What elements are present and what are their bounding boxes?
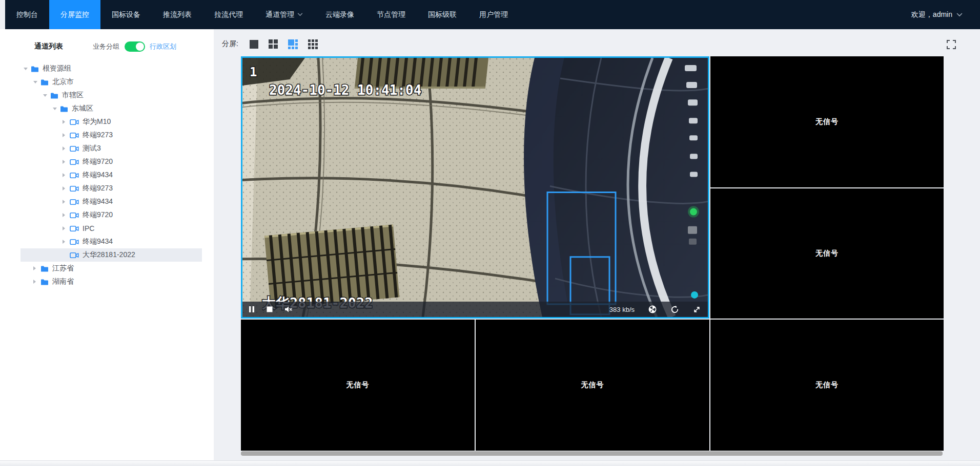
- split-icon-cell: [250, 40, 258, 49]
- fullscreen-button[interactable]: [946, 39, 957, 50]
- caret-right-icon[interactable]: [63, 160, 69, 164]
- mute-button[interactable]: [284, 306, 293, 313]
- nav-item-cloud-record[interactable]: 云端录像: [314, 0, 365, 29]
- no-signal-label: 无信号: [815, 249, 839, 258]
- expand-button[interactable]: [693, 306, 701, 313]
- tree-item[interactable]: 大华28181-2022: [21, 248, 202, 262]
- tree-item[interactable]: 测试3: [21, 142, 202, 155]
- nav-item-pull-proxy[interactable]: 拉流代理: [203, 0, 254, 29]
- tree-item[interactable]: 北京市: [21, 75, 202, 89]
- nav-item-label: 国标级联: [428, 10, 457, 19]
- no-signal-label: 无信号: [815, 380, 839, 390]
- split-label: 分屏:: [222, 39, 238, 49]
- caret-right-icon[interactable]: [63, 200, 69, 204]
- split-6-button[interactable]: [288, 39, 298, 49]
- nav-item-push-list[interactable]: 推流列表: [152, 0, 203, 29]
- caret-down-icon[interactable]: [33, 81, 39, 83]
- tree-item[interactable]: 终端9720: [21, 155, 202, 168]
- folder-icon: [60, 105, 68, 112]
- user-menu[interactable]: 欢迎，admin: [911, 0, 980, 29]
- tree-item[interactable]: 华为M10: [21, 115, 202, 129]
- region-label: 行政区划: [150, 42, 176, 51]
- caret-right-icon[interactable]: [63, 213, 69, 217]
- nav-item-gb-device[interactable]: 国标设备: [100, 0, 152, 29]
- nav-item-label: 控制台: [16, 10, 38, 19]
- video-tile-5[interactable]: 无信号: [476, 320, 709, 451]
- tree-item[interactable]: IPC: [21, 222, 202, 235]
- caret-right-icon[interactable]: [63, 120, 69, 124]
- split-4-button[interactable]: [269, 39, 278, 49]
- split-icon-cell: [315, 39, 318, 42]
- split-icon-cell: [308, 39, 311, 42]
- split-icon-cell: [274, 45, 278, 49]
- tree-item-label: 终端9273: [83, 131, 113, 140]
- nav-item-node-manage[interactable]: 节点管理: [365, 0, 417, 29]
- tree-item[interactable]: 东城区: [21, 102, 202, 115]
- camera-icon: [70, 172, 79, 179]
- caret-right-icon[interactable]: [63, 146, 69, 151]
- nav-items: 控制台分屏监控国标设备推流列表拉流代理通道管理云端录像节点管理国标级联用户管理: [5, 0, 519, 29]
- nav-item-console[interactable]: 控制台: [5, 0, 49, 29]
- caret-right-icon[interactable]: [63, 186, 69, 190]
- tree-item-label: 终端9720: [83, 157, 113, 166]
- folder-icon: [40, 79, 49, 86]
- nav-item-user-manage[interactable]: 用户管理: [468, 0, 519, 29]
- camera-icon: [70, 132, 79, 139]
- video-tile-4[interactable]: 无信号: [241, 320, 475, 451]
- nav-item-label: 云端录像: [325, 10, 354, 19]
- tree-item[interactable]: 终端9434: [21, 235, 202, 248]
- business-group-toggle[interactable]: [125, 41, 145, 52]
- camera-icon: [70, 225, 79, 232]
- stop-button[interactable]: [267, 306, 273, 312]
- split-toolbar: 分屏:: [222, 37, 318, 51]
- tree-item[interactable]: 市辖区: [21, 89, 202, 102]
- tree-item-label: 华为M10: [83, 117, 111, 126]
- camera-icon: [70, 159, 79, 165]
- no-signal-label: 无信号: [581, 380, 604, 390]
- video-tile-3[interactable]: 无信号: [710, 188, 944, 319]
- split-1-button[interactable]: [250, 40, 258, 49]
- caret-down-icon[interactable]: [43, 94, 49, 97]
- split-icon-cell: [308, 43, 311, 46]
- camera-icon: [70, 185, 79, 192]
- caret-right-icon[interactable]: [63, 173, 69, 177]
- pause-button[interactable]: [249, 306, 255, 313]
- nav-item-gb-cascade[interactable]: 国标级联: [417, 0, 468, 29]
- caret-down-icon[interactable]: [53, 108, 59, 110]
- video-tile-6[interactable]: 无信号: [710, 320, 944, 451]
- tree-item-label: 根资源组: [43, 64, 71, 73]
- tree-item[interactable]: 终端9273: [21, 182, 202, 195]
- osd-tile-number: 1: [250, 65, 257, 79]
- camera-icon: [70, 252, 79, 259]
- split-9-button[interactable]: [308, 39, 318, 49]
- toggle-knob-icon: [136, 43, 144, 51]
- tree-item-label: 终端9434: [83, 237, 113, 246]
- tree-item[interactable]: 终端9273: [21, 129, 202, 142]
- caret-right-icon[interactable]: [63, 240, 69, 244]
- nav-item-label: 国标设备: [112, 10, 140, 19]
- tree-item[interactable]: 湖南省: [21, 275, 202, 288]
- tree-item[interactable]: 终端9434: [21, 195, 202, 208]
- split-icon-cell: [295, 47, 298, 49]
- tree-item[interactable]: 根资源组: [21, 62, 202, 75]
- caret-right-icon[interactable]: [33, 266, 39, 270]
- player-control-bar: 383 kb/s: [242, 302, 708, 317]
- video-tile-1[interactable]: 1 2024-10-12 10:41:04 大华28181-2022: [241, 56, 709, 319]
- video-tile-2[interactable]: 无信号: [710, 56, 944, 187]
- nav-item-label: 推流列表: [163, 10, 192, 19]
- refresh-button[interactable]: [670, 305, 679, 314]
- nav-item-split-monitor[interactable]: 分屏监控: [49, 0, 100, 29]
- horizontal-scrollbar[interactable]: [241, 451, 943, 456]
- folder-icon: [40, 279, 49, 285]
- tree-item[interactable]: 江苏省: [21, 262, 202, 275]
- nav-item-label: 通道管理: [266, 10, 294, 19]
- caret-right-icon[interactable]: [33, 280, 39, 284]
- tree-item[interactable]: 终端9720: [21, 208, 202, 222]
- caret-right-icon[interactable]: [63, 133, 69, 137]
- nav-item-channel-manage[interactable]: 通道管理: [254, 0, 314, 29]
- caret-down-icon[interactable]: [24, 68, 30, 70]
- snapshot-button[interactable]: [648, 305, 657, 313]
- tree-item[interactable]: 终端9434: [21, 168, 202, 182]
- camera-icon: [70, 212, 79, 219]
- caret-right-icon[interactable]: [63, 226, 69, 230]
